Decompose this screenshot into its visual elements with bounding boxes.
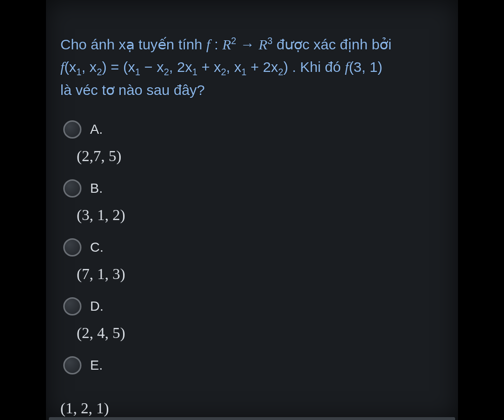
q2-l: (3, 1) <box>349 59 382 75</box>
q2-s4: 2 <box>164 67 169 77</box>
q2-s2: 2 <box>97 67 102 77</box>
option-letter: E. <box>90 358 103 373</box>
option-head: D. <box>63 297 444 315</box>
q2-d: ) = (x <box>102 59 135 75</box>
q-line3: là véc tơ nào sau đây? <box>60 82 205 98</box>
option-head: A. <box>63 120 444 139</box>
q2-s7: 1 <box>241 67 247 77</box>
option-e[interactable]: E. <box>60 356 444 374</box>
q2-g: + x <box>197 59 221 75</box>
option-letter: A. <box>90 122 103 137</box>
q2-f2: , 2x <box>169 59 192 75</box>
radio-icon[interactable] <box>63 120 81 139</box>
option-c[interactable]: C. (7, 1, 3) <box>60 238 444 283</box>
radio-icon[interactable] <box>63 297 81 315</box>
q2-h: , x <box>226 59 241 75</box>
q-part: Cho ánh xạ tuyến tính <box>60 36 206 52</box>
option-letter: B. <box>90 181 103 196</box>
option-letter: C. <box>90 240 103 255</box>
q-post1: được xác định bởi <box>276 36 391 52</box>
question-text: Cho ánh xạ tuyến tính f : R2 → R3 được x… <box>60 34 444 101</box>
option-letter: D. <box>90 299 103 314</box>
q-sup2: 2 <box>231 35 236 46</box>
q-R2: R <box>259 36 267 52</box>
radio-icon[interactable] <box>63 356 81 374</box>
q-arrow: → <box>240 36 258 52</box>
option-value: (2, 4, 5) <box>77 324 444 342</box>
q2-i: + 2x <box>247 59 278 75</box>
option-e-value-cut: (1, 2, 1) <box>60 399 109 417</box>
option-value: (2,7, 5) <box>77 147 444 165</box>
q-R1: R <box>222 36 231 52</box>
question-panel: Cho ánh xạ tuyến tính f : R2 → R3 được x… <box>46 0 458 420</box>
q-f: f <box>206 36 210 52</box>
option-a[interactable]: A. (2,7, 5) <box>60 120 444 165</box>
q2-s1: 1 <box>76 67 81 77</box>
q2-j: ) . Khi đó <box>283 59 344 75</box>
option-d[interactable]: D. (2, 4, 5) <box>60 297 444 342</box>
option-value: (3, 1, 2) <box>77 206 444 224</box>
option-head: E. <box>63 356 444 374</box>
radio-icon[interactable] <box>63 179 81 198</box>
bottom-edge <box>49 417 455 420</box>
q2-b: (x <box>64 59 76 75</box>
q2-s8: 2 <box>278 67 284 77</box>
q-colon: : <box>214 36 222 52</box>
q2-c: , x <box>81 59 97 75</box>
option-value: (7, 1, 3) <box>77 265 444 283</box>
option-head: B. <box>63 179 444 198</box>
q2-e: − x <box>140 59 164 75</box>
q2-s3: 1 <box>135 67 140 77</box>
option-b[interactable]: B. (3, 1, 2) <box>60 179 444 224</box>
radio-icon[interactable] <box>63 238 81 257</box>
q-sup3: 3 <box>267 35 273 46</box>
q2-s6: 2 <box>221 67 226 77</box>
option-head: C. <box>63 238 444 257</box>
q2-k: f <box>345 59 349 75</box>
q2-s5: 1 <box>192 67 197 77</box>
options-list: A. (2,7, 5) B. (3, 1, 2) C. (7, 1, 3) <box>60 120 444 374</box>
app-frame: Cho ánh xạ tuyến tính f : R2 → R3 được x… <box>0 0 504 420</box>
